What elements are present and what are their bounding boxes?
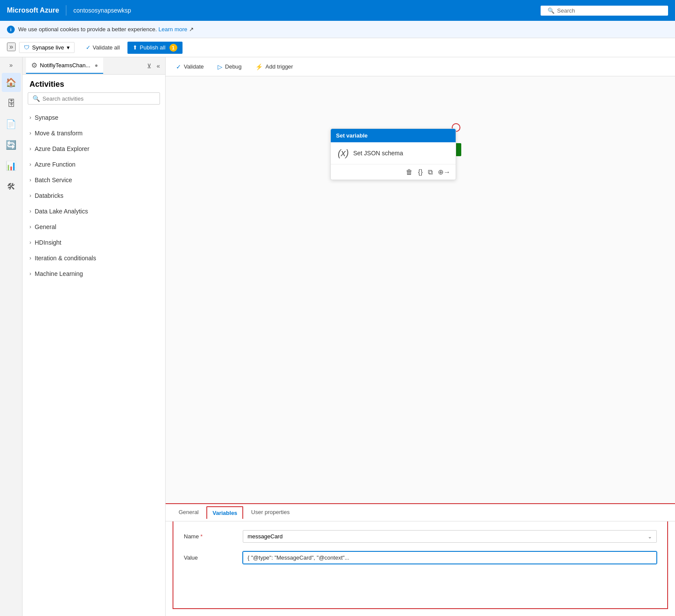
- brand-title: Microsoft Azure: [7, 7, 59, 14]
- validate-label: Validate all: [93, 44, 120, 51]
- publish-icon: ⬆: [133, 44, 137, 51]
- tab-general[interactable]: General: [173, 505, 205, 520]
- variable-icon: (x): [338, 147, 349, 159]
- pipeline-tab-label: NotifiyTeamsChan...: [40, 62, 90, 69]
- cookie-message: We use optional cookies to provide a bet…: [18, 26, 157, 33]
- nav-manage[interactable]: 🛠: [2, 177, 21, 196]
- activity-item-hdinsight[interactable]: › HDInsight: [23, 235, 165, 250]
- tab-user-properties[interactable]: User properties: [245, 505, 296, 520]
- debug-icon: ▷: [218, 63, 222, 70]
- activity-item-synapse[interactable]: › Synapse: [23, 110, 165, 125]
- success-indicator: [455, 143, 461, 156]
- tab-variables[interactable]: Variables: [206, 506, 243, 519]
- activity-label: Data Lake Analytics: [35, 208, 88, 215]
- publish-label: Publish all: [140, 44, 165, 51]
- activity-label: Iteration & conditionals: [35, 255, 96, 262]
- collapse-nav-button[interactable]: »: [7, 61, 16, 69]
- tab-variables-label: Variables: [212, 510, 237, 516]
- nav-develop[interactable]: 📄: [2, 115, 21, 134]
- canvas-area: ✓ Validate ▷ Debug ⚡ Add trigger Set var…: [166, 57, 675, 616]
- name-label-text: Name: [184, 533, 199, 540]
- name-select[interactable]: messageCard ⌄: [243, 530, 657, 543]
- info-icon: i: [7, 26, 15, 33]
- activity-item-move-transform[interactable]: › Move & transform: [23, 125, 165, 141]
- activities-title: Activities: [29, 80, 64, 89]
- required-indicator: *: [200, 533, 202, 540]
- chevron-icon: ›: [29, 255, 31, 261]
- name-field-row: Name * messageCard ⌄: [184, 530, 657, 543]
- global-search[interactable]: 🔍 Search: [541, 6, 668, 16]
- value-field-row: Value { "@type": "MessageCard", "@contex…: [184, 551, 657, 564]
- activity-label: Azure Function: [35, 161, 75, 168]
- main-layout: » 🏠 🗄 📄 🔄 📊 🛠 ⚙ NotifiyTeamsChan... ● ⊻ …: [0, 57, 675, 616]
- activity-label: Databricks: [35, 192, 63, 199]
- card-header: Set variable: [331, 129, 456, 142]
- name-value: messageCard: [248, 533, 283, 540]
- card-actions: 🗑 {} ⧉ ⊕→: [331, 164, 456, 180]
- validate-label: Validate: [184, 63, 204, 70]
- minimize-btn[interactable]: «: [155, 62, 162, 70]
- activities-list: › Synapse › Move & transform › Azure Dat…: [23, 110, 165, 616]
- set-variable-card[interactable]: Set variable (x) Set JSON schema 🗑 {} ⧉ …: [330, 128, 456, 180]
- activities-search-box[interactable]: 🔍: [28, 92, 160, 105]
- synapse-label: Synapse live: [32, 44, 64, 51]
- tab-general-label: General: [179, 509, 199, 515]
- validate-icon: ✓: [86, 44, 91, 51]
- nav-monitor[interactable]: 📊: [2, 156, 21, 175]
- card-header-text: Set variable: [336, 132, 368, 139]
- expand-nav-button[interactable]: »: [7, 43, 16, 51]
- nav-data[interactable]: 🗄: [2, 94, 21, 113]
- copy-icon[interactable]: ⧉: [428, 168, 433, 176]
- synapse-selector[interactable]: 🛡 Synapse live ▾: [19, 42, 75, 53]
- tab-user-properties-label: User properties: [251, 509, 290, 515]
- left-nav: » 🏠 🗄 📄 🔄 📊 🛠: [0, 57, 23, 616]
- chevron-icon: ›: [29, 177, 31, 183]
- activity-item-azure-data-explorer[interactable]: › Azure Data Explorer: [23, 141, 165, 157]
- validate-all-button[interactable]: ✓ Validate all: [82, 43, 124, 52]
- publish-all-button[interactable]: ⬆ Publish all 1: [127, 42, 182, 54]
- activity-label: Batch Service: [35, 177, 72, 183]
- value-input[interactable]: { "@type": "MessageCard", "@context"...: [243, 551, 657, 564]
- activity-item-iteration-conditionals[interactable]: › Iteration & conditionals: [23, 250, 165, 266]
- pipeline-tab[interactable]: ⚙ NotifiyTeamsChan... ●: [26, 58, 103, 74]
- activity-label: Machine Learning: [35, 270, 83, 277]
- validate-button[interactable]: ✓ Validate: [173, 62, 207, 72]
- trigger-icon: ⚡: [255, 63, 263, 70]
- activity-item-general[interactable]: › General: [23, 219, 165, 235]
- card-body: (x) Set JSON schema: [331, 142, 456, 164]
- debug-button[interactable]: ▷ Debug: [214, 62, 245, 72]
- activities-search-input[interactable]: [42, 95, 155, 102]
- activity-item-databricks[interactable]: › Databricks: [23, 188, 165, 203]
- chevron-down-icon: ⌄: [648, 534, 652, 540]
- nav-integrate[interactable]: 🔄: [2, 135, 21, 154]
- learn-more-link[interactable]: Learn more: [159, 26, 187, 33]
- delete-icon[interactable]: 🗑: [406, 168, 413, 176]
- panel-collapse-btns: ⊻ «: [145, 62, 162, 70]
- panel-tab-bar: ⚙ NotifiyTeamsChan... ● ⊻ «: [23, 57, 165, 75]
- search-icon: 🔍: [548, 7, 554, 14]
- add-trigger-button[interactable]: ⚡ Add trigger: [252, 62, 297, 72]
- publish-badge: 1: [170, 44, 177, 52]
- activity-item-azure-function[interactable]: › Azure Function: [23, 157, 165, 172]
- main-toolbar: » 🛡 Synapse live ▾ ✓ Validate all ⬆ Publ…: [0, 38, 675, 57]
- canvas-main: Set variable (x) Set JSON schema 🗑 {} ⧉ …: [166, 76, 675, 503]
- activity-label: Move & transform: [35, 130, 82, 137]
- code-icon[interactable]: {}: [418, 168, 423, 176]
- chevron-icon: ›: [29, 130, 31, 136]
- chevron-icon: ›: [29, 161, 31, 167]
- chevron-icon: ›: [29, 146, 31, 152]
- bottom-tabs: General Variables User properties: [166, 504, 675, 521]
- value-input-text: { "@type": "MessageCard", "@context"...: [248, 554, 349, 561]
- synapse-icon: 🛡: [24, 44, 29, 51]
- nav-home[interactable]: 🏠: [2, 73, 21, 92]
- chevron-down-icon: ▾: [67, 44, 70, 51]
- debug-label: Debug: [225, 63, 241, 70]
- connect-icon[interactable]: ⊕→: [438, 168, 450, 176]
- value-label-text: Value: [184, 554, 198, 561]
- activity-item-machine-learning[interactable]: › Machine Learning: [23, 266, 165, 282]
- activity-item-batch-service[interactable]: › Batch Service: [23, 172, 165, 188]
- cookie-bar: i We use optional cookies to provide a b…: [0, 21, 675, 38]
- activity-item-data-lake-analytics[interactable]: › Data Lake Analytics: [23, 203, 165, 219]
- collapse-btn[interactable]: ⊻: [145, 62, 153, 70]
- chevron-icon: ›: [29, 239, 31, 246]
